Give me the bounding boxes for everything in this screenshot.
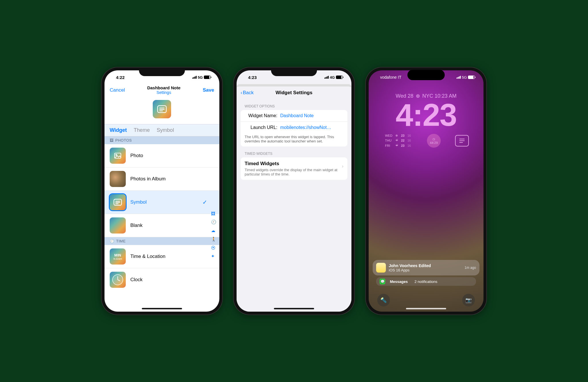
stopwatch-icon: ◷	[432, 137, 435, 141]
weather-row: THU☔︎2216	[384, 138, 412, 143]
weather-row: WED❄︎2316	[384, 134, 412, 138]
weather-row: FRI☔︎2316	[384, 144, 412, 148]
field-value: mobilenotes://showNot…	[280, 125, 343, 130]
row-time-location[interactable]: MIN 9:22am Time & Location	[105, 245, 219, 268]
time-location-icon: MIN 9:22am	[110, 248, 126, 265]
cancel-button[interactable]: Cancel	[110, 87, 125, 93]
field-caption: The URL to open whenever this widget is …	[245, 133, 343, 143]
notif-subtitle: iOS 16 Apps	[389, 268, 462, 272]
notif-app-name: Messages	[390, 279, 408, 284]
battery-icon	[336, 76, 343, 79]
row-label: Symbol	[130, 199, 147, 205]
camera-icon: 📷	[465, 297, 472, 303]
field-label: Widget Name:	[245, 113, 277, 118]
album-icon	[110, 171, 126, 187]
status-time: 4:22	[116, 75, 125, 80]
lock-dock-buttons: 🔦 📷	[377, 294, 475, 306]
nav-header: Cancel Dashboard Note Settings Save	[105, 84, 219, 97]
flashlight-icon: 🔦	[380, 297, 387, 303]
sheet-title: Widget Settings	[237, 90, 351, 96]
messages-app-icon: 💬	[380, 279, 385, 284]
flashlight-button[interactable]: 🔦	[377, 294, 390, 306]
section-photos: 🖼 PHOTOS	[105, 136, 219, 144]
icon-preview	[105, 97, 219, 124]
index-clock-icon[interactable]: 🕘	[211, 219, 216, 225]
signal-icon	[324, 76, 329, 79]
camera-button[interactable]: 📷	[462, 294, 475, 306]
chevron-right-icon: ›	[342, 164, 343, 169]
network-label: 5G	[462, 75, 467, 80]
nav-subtitle[interactable]: Settings	[147, 90, 181, 95]
tab-theme[interactable]: Theme	[134, 127, 150, 133]
field-label: Launch URL:	[245, 125, 277, 130]
photo-icon	[110, 148, 126, 164]
lock-time: 4:23	[369, 99, 483, 131]
side-index[interactable]: 🖼 🕘 ☁ 🚶 ⦿ ✦	[211, 211, 216, 259]
phone-widget-editor: 4:22 5G Cancel Dashboard Note Settings S…	[102, 67, 222, 315]
note-widget[interactable]	[455, 135, 469, 146]
home-indicator[interactable]	[274, 308, 314, 309]
row-desc: Timed widgets override the display of th…	[245, 168, 343, 176]
row-label: Time & Location	[130, 254, 165, 259]
segment-tabs: Widget Theme Symbol	[105, 124, 219, 136]
row-photos-album[interactable]: Photos in Album	[105, 167, 219, 191]
notch	[139, 67, 185, 76]
timer-widget[interactable]: ◷ 44:29	[427, 134, 441, 148]
save-button[interactable]: Save	[203, 87, 214, 93]
network-label: 5G	[198, 75, 203, 80]
clock-thumb-icon	[110, 272, 126, 288]
symbol-icon	[110, 194, 126, 210]
svg-point-5	[116, 154, 117, 155]
notification-stack: John Voorhees Edited iOS 16 Apps 1m ago …	[373, 260, 479, 286]
signal-icon	[192, 76, 197, 79]
tab-widget[interactable]: Widget	[110, 127, 127, 133]
field-value: Dashboard Note	[280, 113, 314, 118]
battery-icon	[468, 76, 475, 79]
phone-widget-settings: 4:23 4G ‹ Back Widget Settings WIDGET OP…	[234, 67, 354, 315]
index-list-icon[interactable]: ⦿	[211, 245, 216, 250]
carrier-label: vodafone IT	[380, 75, 401, 80]
row-label: Blank	[130, 223, 143, 228]
widget-preview-tile	[153, 100, 171, 118]
index-activity-icon[interactable]: 🚶	[211, 237, 216, 242]
weather-widget[interactable]: WED❄︎2316 THU☔︎2216 FRI☔︎2316	[383, 133, 413, 148]
group-widget-options: WIDGET OPTIONS	[237, 99, 351, 110]
index-sparkle-icon[interactable]: ✦	[211, 254, 216, 259]
tab-symbol[interactable]: Symbol	[157, 127, 174, 133]
clock-icon: 🕘	[110, 239, 115, 243]
nav-title: Dashboard Note	[147, 85, 181, 90]
notif-title: John Voorhees Edited	[389, 263, 462, 268]
row-symbol[interactable]: Symbol ✓	[105, 191, 219, 214]
field-launch-url[interactable]: Launch URL: mobilenotes://showNot… The U…	[241, 121, 347, 146]
index-photos-icon[interactable]: 🖼	[211, 211, 216, 216]
timed-widgets-card: › Timed Widgets Timed widgets override t…	[241, 157, 347, 180]
home-indicator[interactable]	[142, 308, 182, 309]
notif-count: 2 notifications	[415, 279, 438, 284]
notes-app-icon	[376, 263, 386, 273]
row-blank[interactable]: Blank	[105, 214, 219, 237]
sheet-nav: ‹ Back Widget Settings	[237, 86, 351, 99]
widget-options-card: Widget Name: Dashboard Note Launch URL: …	[241, 110, 347, 146]
network-label: 4G	[330, 75, 335, 80]
photos-icon: 🖼	[110, 138, 114, 142]
field-widget-name[interactable]: Widget Name: Dashboard Note	[241, 110, 347, 121]
status-time: 4:23	[248, 75, 257, 80]
signal-icon	[457, 76, 461, 79]
blank-icon	[110, 217, 126, 234]
lock-widgets: WED❄︎2316 THU☔︎2216 FRI☔︎2316 ◷ 44:29	[369, 131, 483, 151]
index-weather-icon[interactable]: ☁	[211, 228, 216, 233]
row-clock[interactable]: Clock	[105, 268, 219, 291]
row-photo[interactable]: Photo	[105, 144, 219, 167]
phone-lock-screen: vodafone IT 5G Wed 28 ⊕ NYC 10:23 AM 4:2…	[366, 67, 486, 315]
row-timed-widgets[interactable]: › Timed Widgets Timed widgets override t…	[241, 157, 347, 180]
dynamic-island	[407, 70, 445, 80]
row-label: Photo	[130, 153, 143, 159]
notification-notes[interactable]: John Voorhees Edited iOS 16 Apps 1m ago	[373, 260, 479, 275]
notification-messages[interactable]: 💬 Messages 2 notifications	[376, 277, 476, 286]
notch	[271, 67, 317, 76]
row-title: Timed Widgets	[245, 161, 343, 167]
row-label: Photos in Album	[130, 176, 166, 182]
section-time: 🕘 TIME	[105, 237, 219, 245]
row-label: Clock	[130, 277, 143, 283]
home-indicator[interactable]	[406, 308, 446, 309]
